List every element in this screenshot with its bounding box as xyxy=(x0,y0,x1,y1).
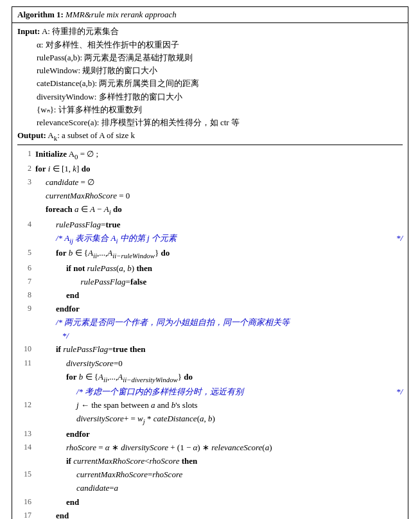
step-num-11: 11 xyxy=(17,357,31,369)
step-9: 9 endfor xyxy=(17,303,403,315)
step-7: 7 rulePassFlag=false xyxy=(17,276,403,288)
param-catedistance: cateDistance(a,b): 两元素所属类目之间的距离 xyxy=(37,77,403,90)
step-8: 8 end xyxy=(17,289,403,302)
step-17: 17 end xyxy=(17,509,403,519)
output-block: Output: Ak: a subset of A of size k xyxy=(17,130,403,142)
step-comment-window: /* 考虑一个窗口内的多样性得分时，远近有别 */ xyxy=(17,385,403,398)
step-1: 1 Initialize A0 = ∅ ; xyxy=(17,148,403,162)
step-num-13: 13 xyxy=(17,428,31,440)
step-content-10: if rulePassFlag=true then xyxy=(56,343,403,356)
step-10: 10 if rulePassFlag=true then xyxy=(17,343,403,356)
step-content-6: if not rulePass(a, b) then xyxy=(66,262,403,275)
step-content-8: end xyxy=(66,289,403,302)
step-content-17: end xyxy=(56,509,403,519)
step-comment-author2: */ xyxy=(17,330,403,342)
step-14b: if currentMaxRhoScore<rhoScore then xyxy=(17,455,403,468)
step-11b: for b ∈ {Aii,...,Aii−diversityWindow} do xyxy=(17,371,403,385)
step-foreach: foreach a ∈ A − Ai do xyxy=(17,203,403,217)
step-content-comment: /* Aij 表示集合 Ai 中的第 j 个元素 */ xyxy=(56,232,403,246)
step-num-9: 9 xyxy=(17,303,31,315)
step-num-3: 3 xyxy=(17,176,31,188)
step-6: 6 if not rulePass(a, b) then xyxy=(17,262,403,275)
step-num-1: 1 xyxy=(17,148,31,160)
step-content-2: for i ∈ [1, k] do xyxy=(35,163,403,175)
step-2: 2 for i ∈ [1, k] do xyxy=(17,163,403,175)
step-content-11: diversityScore=0 xyxy=(66,357,403,370)
step-3b: currentMaxRhoScore = 0 xyxy=(17,189,403,202)
step-num-4: 4 xyxy=(17,218,31,231)
step-content-16: end xyxy=(66,496,403,509)
step-4: 4 rulePassFlag=true xyxy=(17,218,403,231)
output-label: Output: xyxy=(17,130,46,140)
step-content-14: rhoScore = α ∗ diversityScore + (1 − α) … xyxy=(66,441,403,454)
step-12: 12 j ← the span between a and b's slots xyxy=(17,399,403,412)
input-main-text: A: 待重排的元素集合 xyxy=(42,26,119,36)
step-content-14b: if currentMaxRhoScore<rhoScore then xyxy=(66,455,403,468)
algorithm-label: Algorithm 1: xyxy=(17,10,64,19)
step-content-5: for b ∈ {Aii,...,Aii−ruleWindow} do xyxy=(56,247,403,261)
step-content-12b: diversityScore+ = wj * cateDistance(a, b… xyxy=(76,412,403,427)
step-num-7: 7 xyxy=(17,276,31,288)
step-16: 16 end xyxy=(17,496,403,509)
param-rulewindow: ruleWindow: 规则打散的窗口大小 xyxy=(37,64,403,77)
step-num-8: 8 xyxy=(17,289,31,301)
param-list: α: 对多样性、相关性作折中的权重因子 rulePass(a,b): 两元素是否… xyxy=(37,39,403,129)
step-num-5: 5 xyxy=(17,247,31,259)
step-15: 15 currentMaxRhoScore=rhoScore xyxy=(17,468,403,481)
step-num-16: 16 xyxy=(17,496,31,508)
step-content-foreach: foreach a ∈ A − Ai do xyxy=(46,203,403,217)
divider xyxy=(17,145,403,145)
step-num-15: 15 xyxy=(17,468,31,480)
algo-steps: 1 Initialize A0 = ∅ ; 2 for i ∈ [1, k] d… xyxy=(17,148,403,519)
input-block: Input: A: 待重排的元素集合 xyxy=(17,26,403,37)
step-content-3: candidate = ∅ xyxy=(46,176,403,189)
step-content-comment2b: */ xyxy=(56,330,403,342)
step-num-10: 10 xyxy=(17,343,31,355)
step-comment-author: /* 两元素是否同一个作者，同为小姐姐自拍，同一个商家相关等 xyxy=(17,316,403,329)
algorithm-body: Input: A: 待重排的元素集合 α: 对多样性、相关性作折中的权重因子 r… xyxy=(12,23,408,519)
step-5: 5 for b ∈ {Aii,...,Aii−ruleWindow} do xyxy=(17,247,403,261)
step-num-12: 12 xyxy=(17,399,31,411)
step-content-9: endfor xyxy=(56,303,403,315)
step-content-comment2: /* 两元素是否同一个作者，同为小姐姐自拍，同一个商家相关等 xyxy=(56,316,403,329)
step-comment-aij: /* Aij 表示集合 Ai 中的第 j 个元素 */ xyxy=(17,232,403,246)
algorithm-box: Algorithm 1: MMR&rule mix rerank approac… xyxy=(12,6,408,519)
param-diversitywindow: diversityWindow: 多样性打散的窗口大小 xyxy=(37,91,403,103)
step-11: 11 diversityScore=0 xyxy=(17,357,403,370)
step-content-7: rulePassFlag=false xyxy=(76,276,403,288)
step-15b: candidate=a xyxy=(17,482,403,495)
algorithm-title: MMR&rule mix rerank approach xyxy=(66,10,177,19)
step-num-14: 14 xyxy=(17,441,31,453)
param-relevancescore: relevanceScore(a): 排序模型计算的相关性得分，如 ctr 等 xyxy=(37,116,403,129)
step-content-12: j ← the span between a and b's slots xyxy=(76,399,403,412)
input-label: Input: xyxy=(17,26,40,36)
step-num-6: 6 xyxy=(17,262,31,274)
step-content-15b: candidate=a xyxy=(76,482,403,495)
param-rulepass: rulePass(a,b): 两元素是否满足基础打散规则 xyxy=(37,51,403,64)
step-content-13: endfor xyxy=(66,428,403,441)
step-13: 13 endfor xyxy=(17,428,403,441)
step-content-15: currentMaxRhoScore=rhoScore xyxy=(76,468,403,481)
output-text: Ak: a subset of A of size k xyxy=(48,130,135,140)
step-num-17: 17 xyxy=(17,509,31,519)
step-content-1: Initialize A0 = ∅ ; xyxy=(35,148,403,162)
param-alpha: α: 对多样性、相关性作折中的权重因子 xyxy=(37,39,403,51)
step-content-4: rulePassFlag=true xyxy=(56,218,403,231)
param-wn: {wₙ}: 计算多样性的权重数列 xyxy=(37,103,403,116)
step-num-2: 2 xyxy=(17,163,31,175)
algorithm-header: Algorithm 1: MMR&rule mix rerank approac… xyxy=(12,7,408,23)
step-12b: diversityScore+ = wj * cateDistance(a, b… xyxy=(17,412,403,427)
step-content-comment3: /* 考虑一个窗口内的多样性得分时，远近有别 */ xyxy=(76,385,403,398)
step-3: 3 candidate = ∅ xyxy=(17,176,403,189)
step-14: 14 rhoScore = α ∗ diversityScore + (1 − … xyxy=(17,441,403,454)
step-content-3b: currentMaxRhoScore = 0 xyxy=(46,189,403,202)
step-content-11b: for b ∈ {Aii,...,Aii−diversityWindow} do xyxy=(66,371,403,385)
